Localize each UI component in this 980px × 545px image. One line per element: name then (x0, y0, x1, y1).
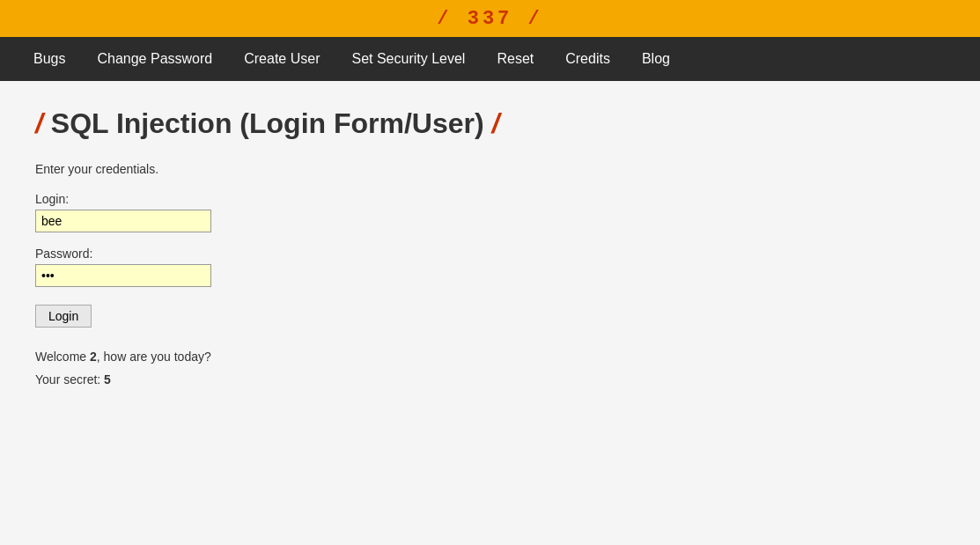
nav-bugs[interactable]: Bugs (18, 51, 81, 67)
welcome-message: Welcome 2, how are you today? (35, 350, 945, 364)
welcome-before: Welcome (35, 350, 90, 364)
banner-text: / 337 / (437, 8, 542, 30)
nav-change-password[interactable]: Change Password (81, 51, 228, 67)
nav-blog[interactable]: Blog (626, 51, 686, 67)
nav-credits[interactable]: Credits (549, 51, 626, 67)
title-slash-left: / (35, 107, 43, 139)
page-title: / SQL Injection (Login Form/User) / (35, 107, 945, 140)
nav-set-security-level[interactable]: Set Security Level (335, 51, 481, 67)
login-button[interactable]: Login (35, 305, 92, 328)
title-text: SQL Injection (Login Form/User) (51, 107, 484, 139)
secret-label: Your secret: (35, 372, 104, 387)
title-slash-right: / (492, 107, 500, 139)
password-field-group: Password: (35, 247, 945, 287)
nav-create-user[interactable]: Create User (228, 51, 335, 67)
welcome-number: 2 (90, 350, 97, 364)
welcome-after: , how are you today? (97, 350, 211, 364)
login-label: Login: (35, 192, 945, 206)
navbar: Bugs Change Password Create User Set Sec… (0, 37, 980, 81)
login-input[interactable] (35, 210, 211, 232)
secret-value: 5 (104, 372, 111, 387)
password-input[interactable] (35, 264, 211, 287)
nav-reset[interactable]: Reset (481, 51, 549, 67)
top-banner: / 337 / (0, 0, 980, 37)
login-field-group: Login: (35, 192, 945, 232)
credentials-text: Enter your credentials. (35, 162, 945, 176)
main-content: / SQL Injection (Login Form/User) / Ente… (0, 81, 980, 545)
password-label: Password: (35, 247, 945, 261)
secret-text: Your secret: 5 (35, 372, 945, 387)
